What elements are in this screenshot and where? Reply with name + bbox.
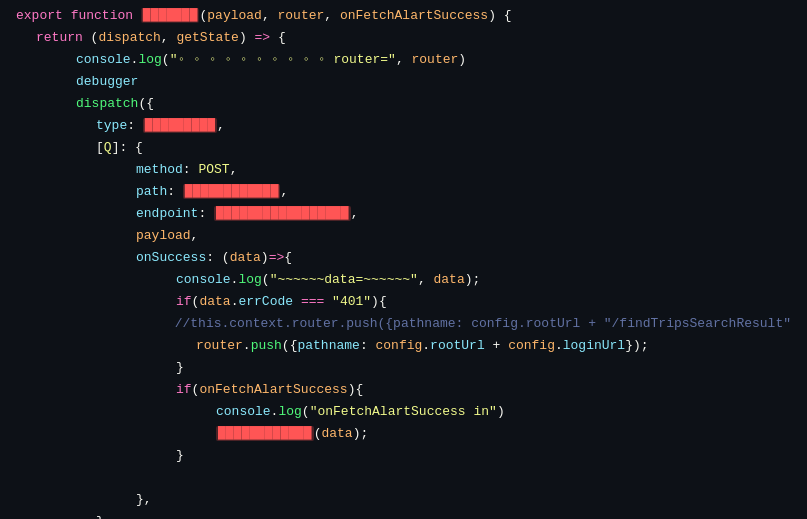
fn-log-2: log — [238, 272, 261, 287]
code-line-9: path : ████████████ , — [0, 184, 807, 206]
code-line-2: return ( dispatch , getState ) => { — [0, 30, 807, 52]
code-line-16: router . push ({ pathname : config . roo… — [0, 338, 807, 360]
fn-call-redacted: ████████████ — [216, 426, 314, 441]
str-401: "401" — [332, 294, 371, 309]
param-router: router — [278, 8, 325, 23]
console-log: console — [76, 52, 131, 67]
var-router-push: router — [196, 338, 243, 353]
code-line-6: type : █████████ , — [0, 118, 807, 140]
type-value-redacted: █████████ — [143, 118, 217, 133]
param-getstate: getState — [176, 30, 238, 45]
q-key: Q — [104, 140, 112, 155]
console-log-3: console — [216, 404, 271, 419]
prop-endpoint: endpoint — [136, 206, 198, 221]
var-data: data — [433, 272, 464, 287]
method-value: POST — [198, 162, 229, 177]
str-onfetch-log: "onFetchAlartSuccess in" — [310, 404, 497, 419]
code-line-11: payload , — [0, 228, 807, 250]
var-payload: payload — [136, 228, 191, 243]
param-callback: onFetchAlartSuccess — [340, 8, 488, 23]
str-data-log: "~~~~~~data=~~~~~~" — [270, 272, 418, 287]
fn-push: push — [251, 338, 282, 353]
code-line-24: }, — [0, 514, 807, 519]
prop-pathname: pathname — [297, 338, 359, 353]
arrow-operator: => — [254, 30, 270, 45]
code-line-4: debugger — [0, 74, 807, 96]
prop-method: method — [136, 162, 183, 177]
fn-dispatch: dispatch — [76, 96, 138, 111]
code-line-17: } — [0, 360, 807, 382]
path-value-redacted: ████████████ — [183, 184, 281, 199]
code-line-1: export function ███████ ( payload , rout… — [0, 8, 807, 30]
prop-path: path — [136, 184, 167, 199]
prop-errcode: errCode — [238, 294, 293, 309]
code-line-5: dispatch ({ — [0, 96, 807, 118]
code-line-12: onSuccess : ( data ) => { — [0, 250, 807, 272]
prop-onsuccess: onSuccess — [136, 250, 206, 265]
prop-type: type — [96, 118, 127, 133]
code-line-7: [ Q ]: { — [0, 140, 807, 162]
code-line-23: }, — [0, 492, 807, 514]
fn-log-3: log — [278, 404, 301, 419]
var-on-fetch: onFetchAlartSuccess — [199, 382, 347, 397]
code-line-14: if ( data . errCode === "401" ){ — [0, 294, 807, 316]
endpoint-value-redacted: █████████████████ — [214, 206, 351, 221]
code-line-15: //this.context.router.push({pathname: co… — [0, 316, 807, 338]
code-line-8: method : POST , — [0, 162, 807, 184]
code-line-21: } — [0, 448, 807, 470]
var-router: router — [412, 52, 459, 67]
code-line-19: console . log ( "onFetchAlartSuccess in"… — [0, 404, 807, 426]
code-line-3: console . log ( "◦ ◦ ◦ ◦ ◦ ◦ ◦ ◦ ◦ ◦ rou… — [0, 52, 807, 74]
code-line-18: if ( onFetchAlartSuccess ){ — [0, 382, 807, 404]
keyword-export: export — [16, 8, 63, 23]
code-line-22 — [0, 470, 807, 492]
keyword-debugger: debugger — [76, 74, 138, 89]
keyword-return: return — [36, 30, 83, 45]
param-payload: payload — [207, 8, 262, 23]
str-router-log: "◦ ◦ ◦ ◦ ◦ ◦ ◦ ◦ ◦ ◦ router=" — [170, 52, 396, 67]
param-dispatch: dispatch — [98, 30, 160, 45]
comment-1: //this.context.router.push({pathname: co… — [175, 316, 791, 331]
function-name-redacted: ███████ — [141, 8, 200, 23]
code-line-13: console . log ( "~~~~~~data=~~~~~~" , da… — [0, 272, 807, 294]
keyword-function: function — [71, 8, 133, 23]
fn-log: log — [138, 52, 161, 67]
code-line-20: ████████████ ( data ); — [0, 426, 807, 448]
console-log-2: console — [176, 272, 231, 287]
code-editor: export function ███████ ( payload , rout… — [0, 0, 807, 519]
param-data: data — [230, 250, 261, 265]
keyword-if-2: if — [176, 382, 192, 397]
keyword-if-1: if — [176, 294, 192, 309]
code-line-10: endpoint : █████████████████ , — [0, 206, 807, 228]
